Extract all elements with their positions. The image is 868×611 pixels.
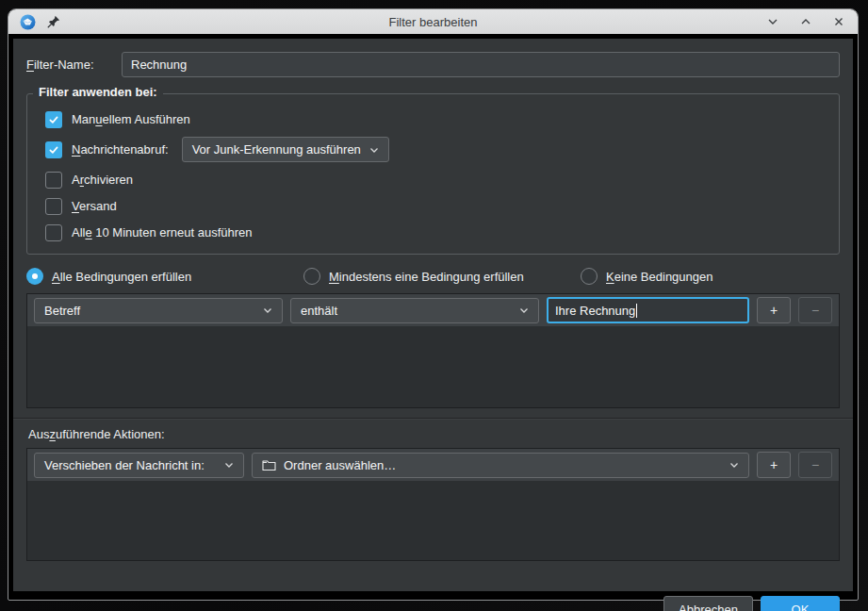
cancel-button[interactable]: Abbrechen xyxy=(663,596,753,611)
close-icon[interactable] xyxy=(831,14,846,29)
pin-icon[interactable] xyxy=(47,15,60,28)
checkbox-send-unchecked[interactable] xyxy=(45,198,62,215)
remove-condition-button: − xyxy=(798,297,832,323)
chevron-down-icon xyxy=(262,305,273,316)
checkbox-label: Versand xyxy=(72,199,117,213)
checkbox-label: Alle 10 Minuten erneut ausführen xyxy=(72,225,253,239)
text-cursor xyxy=(636,304,637,318)
add-action-button[interactable]: + xyxy=(757,452,791,478)
filter-name-label: Filter-Name: xyxy=(26,58,122,72)
section-divider xyxy=(13,418,853,420)
radio-no-conditions[interactable]: Keine Bedingungen xyxy=(581,268,713,285)
radio-any-condition[interactable]: Mindestens eine Bedingung erfüllen xyxy=(303,268,581,285)
chevron-down-icon xyxy=(223,459,235,471)
chevron-down-icon xyxy=(729,459,740,471)
checkbox-label: Archivieren xyxy=(72,173,133,187)
thunderbird-logo-icon[interactable] xyxy=(20,14,36,30)
checkbox-periodic-unchecked[interactable] xyxy=(45,224,62,241)
window-title: Filter bearbeiten xyxy=(8,15,858,29)
checkbox-label: Nachrichtenabruf: xyxy=(72,142,169,157)
condition-operator-dropdown[interactable]: enthält xyxy=(290,298,539,323)
match-mode-radios: Alle Bedingungen erfüllen Mindestens ein… xyxy=(26,268,840,285)
condition-row: Betreff enthält Ihre Rechnung + − xyxy=(27,294,839,326)
action-row: Verschieben der Nachricht in: Ordner aus… xyxy=(27,449,839,481)
radio-label: Alle Bedingungen erfüllen xyxy=(52,270,191,284)
chevron-up-icon[interactable] xyxy=(798,14,813,29)
remove-action-button: − xyxy=(798,452,832,478)
checkbox-row-manual[interactable]: Manuellem Ausführen xyxy=(45,110,827,128)
folder-icon xyxy=(262,459,276,471)
radio-unselected[interactable] xyxy=(581,268,598,285)
ok-button[interactable]: OK xyxy=(761,596,840,611)
folder-picker-dropdown[interactable]: Ordner auswählen… xyxy=(252,453,749,478)
actions-label: Auszuführende Aktionen: xyxy=(28,427,840,441)
radio-unselected[interactable] xyxy=(303,268,320,285)
checkbox-archive-unchecked[interactable] xyxy=(45,172,62,189)
filter-edit-dialog: Filter bearbeiten Filter-Name: Rechnung … xyxy=(8,8,859,601)
checkbox-getmail-checked[interactable] xyxy=(45,141,62,158)
actions-list: Verschieben der Nachricht in: Ordner aus… xyxy=(26,448,840,561)
condition-value-input[interactable]: Ihre Rechnung xyxy=(547,297,749,323)
conditions-list: Betreff enthält Ihre Rechnung + − xyxy=(26,293,840,408)
chevron-down-icon[interactable] xyxy=(765,14,780,29)
checkbox-row-periodic[interactable]: Alle 10 Minuten erneut ausführen xyxy=(45,223,827,241)
dialog-content: Filter-Name: Rechnung Filter anwenden be… xyxy=(13,39,853,591)
titlebar[interactable]: Filter bearbeiten xyxy=(8,9,858,34)
checkbox-row-getmail[interactable]: Nachrichtenabruf: Vor Junk-Erkennung aus… xyxy=(45,137,827,162)
chevron-down-icon xyxy=(518,305,530,316)
radio-all-conditions[interactable]: Alle Bedingungen erfüllen xyxy=(26,268,303,285)
apply-when-legend: Filter anwenden bei: xyxy=(33,85,163,99)
junk-timing-dropdown[interactable]: Vor Junk-Erkennung ausführen xyxy=(182,137,389,162)
radio-label: Keine Bedingungen xyxy=(606,270,713,284)
apply-when-groupbox: Filter anwenden bei: Manuellem Ausführen… xyxy=(26,93,840,255)
action-type-dropdown[interactable]: Verschieben der Nachricht in: xyxy=(34,453,244,478)
condition-field-dropdown[interactable]: Betreff xyxy=(34,298,283,323)
radio-selected[interactable] xyxy=(26,268,43,285)
checkbox-manual-checked[interactable] xyxy=(45,111,62,128)
radio-label: Mindestens eine Bedingung erfüllen xyxy=(329,270,524,284)
checkbox-row-send[interactable]: Versand xyxy=(45,197,827,215)
add-condition-button[interactable]: + xyxy=(757,297,791,323)
filter-name-input[interactable]: Rechnung xyxy=(122,52,840,77)
checkbox-row-archive[interactable]: Archivieren xyxy=(45,171,827,189)
dialog-footer: Abbrechen OK xyxy=(26,596,840,611)
chevron-down-icon xyxy=(368,144,380,156)
checkbox-label: Manuellem Ausführen xyxy=(72,112,190,126)
